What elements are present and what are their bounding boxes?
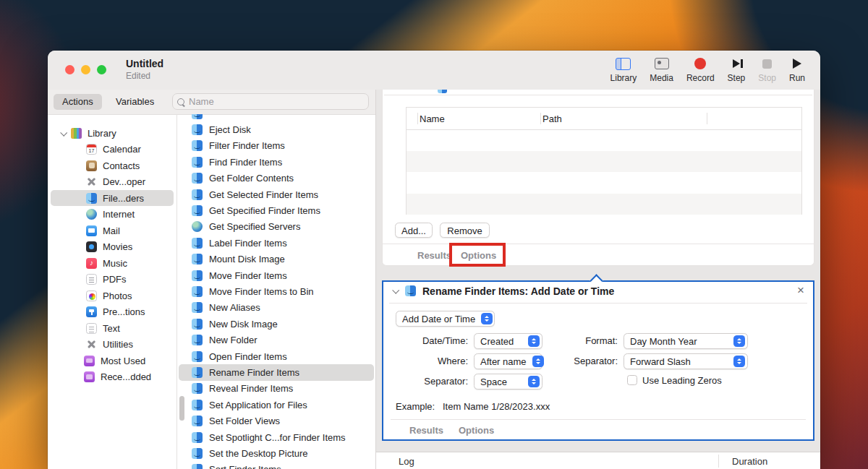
sidebar-item-library[interactable]: Library [51,125,174,142]
record-toolbar-button[interactable]: Record [680,56,721,83]
sidebar-item-label: Music [103,258,127,269]
sidebar-item-pre-tions[interactable]: Pre...tions [51,304,174,320]
action-item-set-the-desktop-picture[interactable]: Set the Desktop Picture [179,445,374,461]
step-toolbar-button[interactable]: Step [721,56,752,83]
action-item-get-folder-contents[interactable]: Get Folder Contents [179,171,374,186]
sidebar-item-contacts[interactable]: Contacts [51,158,174,174]
items-table: Name Path [406,107,802,215]
action-item-get-specified-finder-items[interactable]: Get Specified Finder Items [179,202,374,218]
name-separator-popup[interactable]: Space [474,374,542,390]
finder-icon [192,448,203,459]
where-label: Where: [388,356,468,366]
table-column-path[interactable]: Path [542,113,562,124]
calendar-icon [86,144,97,155]
action-item-move-finder-items[interactable]: Move Finder Items [179,267,374,283]
library-browser: Actions Variables Name LibraryCalendarCo… [48,90,376,469]
separator-left-label: Separator: [388,376,468,387]
sidebar-item-rece-dded[interactable]: Rece...dded [51,369,174,385]
action-item-get-specified-servers[interactable]: Get Specified Servers [179,219,374,235]
finder-icon [192,319,203,330]
action-item-set-application-for-files[interactable]: Set Application for Files [179,397,374,413]
table-column-name[interactable]: Name [420,113,445,124]
popup-value: Created [480,336,514,347]
panel-options-tab[interactable]: Options [459,425,494,436]
action-item-sort-finder-items[interactable]: Sort Finder Items [179,462,374,469]
scrollbar-thumb[interactable] [179,396,184,421]
action-item-filter-finder-items[interactable]: Filter Finder Items [179,138,374,154]
run-toolbar-button[interactable]: Run [783,56,812,83]
minimize-window-button[interactable] [81,65,90,74]
add-button[interactable]: Add... [395,223,433,238]
finder-icon [192,286,203,297]
tab-variables[interactable]: Variables [111,94,158,110]
action-item-reveal-finder-items[interactable]: Reveal Finder Items [179,381,374,397]
library-sidebar-icon [616,58,631,70]
popup-stepper-icon [528,335,540,347]
sidebar-item-dev-oper[interactable]: Dev...oper [51,173,174,190]
filter-bar: Actions Variables Name [48,90,376,115]
finder-icon [192,189,203,200]
action-item-new-aliases[interactable]: New Aliases [179,300,374,316]
sidebar-item-utilities[interactable]: Utilities [51,336,174,353]
tab-actions[interactable]: Actions [54,94,102,110]
sidebar-item-mail[interactable]: Mail [51,223,174,239]
close-icon[interactable]: × [797,283,804,298]
table-row[interactable] [407,194,801,215]
finder-icon [192,351,203,362]
action-item-partial[interactable] [179,114,374,121]
action-item-rename-finder-items[interactable]: Rename Finder Items [179,364,374,380]
table-row[interactable] [407,129,801,151]
date-time-popup[interactable]: Created [474,333,542,349]
sidebar-item-pdfs[interactable]: PDFs [51,271,174,288]
action-item-mount-disk-image[interactable]: Mount Disk Image [179,251,374,267]
finder-icon [192,254,203,264]
table-header: Name Path [407,108,801,130]
action-item-new-folder[interactable]: New Folder [179,332,374,348]
panel-results-tab[interactable]: Results [409,425,443,436]
action-item-label-finder-items[interactable]: Label Finder Items [179,235,374,251]
sidebar-item-photos[interactable]: Photos [51,288,174,304]
close-window-button[interactable] [65,65,75,74]
sidebar-item-movies[interactable]: Movies [51,238,174,255]
where-popup[interactable]: After name [474,353,542,369]
action-item-new-disk-image[interactable]: New Disk Image [179,316,374,332]
finder-icon [192,140,203,151]
popup-value: Forward Slash [630,356,691,367]
action-item-set-folder-views[interactable]: Set Folder Views [179,413,374,429]
remove-button[interactable]: Remove [440,223,490,238]
action-item-open-finder-items[interactable]: Open Finder Items [179,348,374,364]
sidebar-item-label: Mail [103,225,120,236]
use-leading-zeros-checkbox[interactable] [627,375,637,385]
log-header: Log [399,456,414,467]
sidebar-item-file-ders[interactable]: File...ders [51,190,174,207]
zoom-window-button[interactable] [97,65,106,74]
library-toolbar-button[interactable]: Library [604,56,644,83]
media-toolbar-button[interactable]: Media [643,56,680,83]
action-item-move-finder-items-to-bin[interactable]: Move Finder Items to Bin [179,283,374,299]
collapse-chevron-icon[interactable] [392,287,399,294]
action-item-set-spotlight-c-for-finder-items[interactable]: Set Spotlight C...for Finder Items [179,429,374,445]
column-separator [540,113,541,124]
format-popup[interactable]: Day Month Year [624,333,748,349]
search-input[interactable]: Name [172,93,369,110]
action-item-find-finder-items[interactable]: Find Finder Items [179,154,374,170]
sidebar-item-music[interactable]: Music [51,255,174,272]
sidebar-item-calendar[interactable]: Calendar [51,141,174,158]
results-tab[interactable]: Results [417,250,451,261]
search-placeholder: Name [189,96,214,107]
sidebar-item-most-used[interactable]: Most Used [51,353,174,369]
table-row[interactable] [407,172,801,194]
xtool-icon [86,339,97,350]
action-item-eject-disk[interactable]: Eject Disk [179,121,374,137]
table-row[interactable] [407,151,801,173]
smartfolder-icon [84,356,95,366]
action-item-label: Get Specified Finder Items [209,205,320,216]
action-item-get-selected-finder-items[interactable]: Get Selected Finder Items [179,186,374,202]
disclosure-chevron-icon[interactable] [60,129,67,136]
sidebar-item-text[interactable]: Text [51,320,174,337]
sidebar-item-internet[interactable]: Internet [51,206,174,223]
date-separator-popup[interactable]: Forward Slash [624,353,748,369]
add-date-or-time-popup[interactable]: Add Date or Time [396,311,495,327]
finder-icon [192,114,203,119]
sidebar-item-label: Pre...tions [103,306,145,317]
